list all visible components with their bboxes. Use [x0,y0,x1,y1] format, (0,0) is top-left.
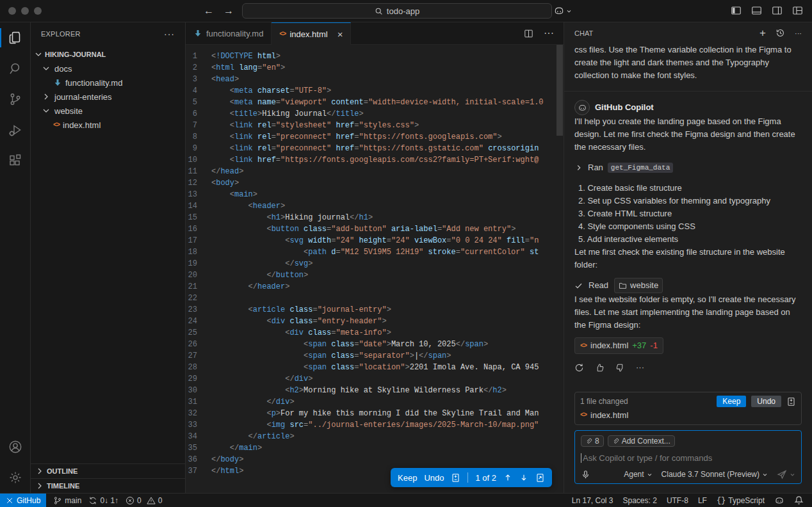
code-line: 3<head> [186,74,564,85]
activity-source-control-icon[interactable] [0,84,30,115]
changed-file-chip[interactable]: <> index.html +37 -1 [574,337,663,354]
toggle-primary-sidebar-icon[interactable] [730,4,742,17]
settings-gear-icon[interactable] [0,462,30,493]
model-picker[interactable]: Claude 3.7 Sonnet (Preview) [662,470,768,479]
tree-item-docs[interactable]: docs [31,61,185,76]
code-editor[interactable]: 1<!DOCTYPE html>2<html lang="en">3<head>… [186,45,564,493]
tool-run-prefix: Ran [588,161,603,174]
send-icon[interactable] [777,469,787,479]
tab-bar: functionality.md <> index.html × ··· [186,22,564,45]
editor-group: functionality.md <> index.html × ··· 1<!… [186,22,564,493]
markdown-file-icon [53,78,62,87]
eol-setting[interactable]: LF [698,496,707,505]
more-actions-icon[interactable]: ··· [544,28,554,39]
tab-index-html[interactable]: <> index.html × [272,22,351,45]
attachments-chip[interactable]: 8 [581,435,604,447]
line-number: 2 [186,62,211,74]
back-button[interactable]: ← [204,5,214,17]
chat-step: 1. Create basic file structure [574,182,802,195]
code-line: 15 <h1>Hiking journal</h1> [186,212,564,223]
error-icon [126,496,134,505]
branch-indicator[interactable]: main [53,496,81,505]
cursor-position[interactable]: Ln 17, Col 3 [572,496,613,505]
line-number: 36 [186,454,211,465]
activity-run-debug-icon[interactable] [0,115,30,145]
previous-edit-icon[interactable] [503,473,512,482]
pending-changes-box: 1 file changed Keep Undo <> index.html [574,392,802,425]
zoom-window-button[interactable] [34,7,42,15]
check-icon [574,282,583,290]
language-mode[interactable]: {} TypeScript [717,496,765,505]
line-content: </button> [211,270,308,281]
chat-history-icon[interactable] [775,28,785,38]
open-changes-icon[interactable] [535,473,545,483]
add-context-chip[interactable]: Add Context... [608,435,675,447]
problems-indicator[interactable]: 0 0 [126,496,162,505]
copilot-status-icon[interactable] [774,495,784,506]
tab-functionality-md[interactable]: functionality.md [186,22,272,44]
line-content: <link rel="preconnect" href="https://fon… [211,131,502,143]
line-content: <body> [211,177,239,189]
tool-run-row[interactable]: Ran get_Figma_data [574,161,802,174]
line-content: <link href="https://fonts.googleapis.com… [211,154,539,166]
tree-item-website[interactable]: website [31,104,185,118]
code-line: 1<!DOCTYPE html> [186,51,564,62]
toggle-panel-icon[interactable] [751,4,763,17]
assistant-intro-text: I'll help you create the landing page ba… [574,115,802,154]
thumbs-up-icon[interactable] [595,363,605,373]
toggle-secondary-sidebar-icon[interactable] [771,4,783,17]
activity-explorer-icon[interactable] [0,22,30,53]
account-icon[interactable] [0,431,30,462]
indentation-setting[interactable]: Spaces: 2 [623,496,657,505]
rerun-icon[interactable] [574,363,584,373]
feedback-more-icon[interactable]: ··· [636,361,644,374]
mode-picker[interactable]: Agent [624,470,652,479]
command-center-search[interactable]: todo-app [242,3,552,19]
close-window-button[interactable] [8,7,16,15]
keep-file-icon[interactable] [451,473,460,483]
notifications-bell-icon[interactable] [794,495,804,505]
chat-input-box[interactable]: 8 Add Context... Ask Copilot or type / f… [574,430,802,484]
forward-button[interactable]: → [223,5,234,17]
close-tab-icon[interactable]: × [337,29,343,39]
view-changes-icon[interactable] [786,397,796,406]
editor-scrollbar[interactable] [556,45,563,136]
customize-layout-icon[interactable] [792,4,804,17]
sync-indicator[interactable]: 0↓ 1↑ [88,496,118,505]
activity-search-icon[interactable] [0,53,30,84]
activity-extensions-icon[interactable] [0,145,30,176]
html-file-icon: <> [53,122,60,129]
read-target-chip[interactable]: website [614,278,663,293]
undo-all-button[interactable]: Undo [751,396,781,407]
tree-item-index-html[interactable]: <>index.html [31,118,185,132]
keep-edit-button[interactable]: Keep [398,473,417,483]
microphone-icon[interactable] [581,470,590,479]
next-edit-icon[interactable] [519,473,528,482]
chevron-down-icon[interactable] [790,472,795,478]
explorer-more-actions-icon[interactable]: ··· [164,29,175,39]
history-nav: ← → [204,4,234,18]
model-label: Claude 3.7 Sonnet (Preview) [662,470,759,479]
chat-more-actions-icon[interactable]: ··· [795,29,802,37]
encoding-setting[interactable]: UTF-8 [667,496,688,505]
tree-item-journal-enteries[interactable]: journal-enteries [31,90,185,104]
keep-all-button[interactable]: Keep [717,396,746,407]
chat-prompt-input[interactable]: Ask Copilot or type / for commands [581,451,795,464]
tree-item-functionality-md[interactable]: functionality.md [31,76,185,90]
timeline-section[interactable]: TIMELINE [31,478,185,493]
undo-edit-button[interactable]: Undo [424,473,444,483]
chevron-down-icon [566,8,572,14]
new-chat-icon[interactable]: + [759,27,766,40]
copilot-menu-button[interactable] [553,5,572,17]
split-editor-icon[interactable] [523,28,534,39]
minimize-window-button[interactable] [21,7,29,15]
tool-read-row[interactable]: Read website [574,278,802,293]
remote-indicator[interactable]: GitHub [0,494,46,507]
changed-file-row[interactable]: <> index.html [575,408,801,424]
line-number: 24 [186,316,211,327]
line-number: 8 [186,131,211,143]
tree-root-folder[interactable]: HIKING-JOURNAL [31,47,185,61]
outline-section[interactable]: OUTLINE [31,463,185,478]
thumbs-down-icon[interactable] [615,363,625,373]
code-line: 23 <article class="journal-entry"> [186,304,564,316]
